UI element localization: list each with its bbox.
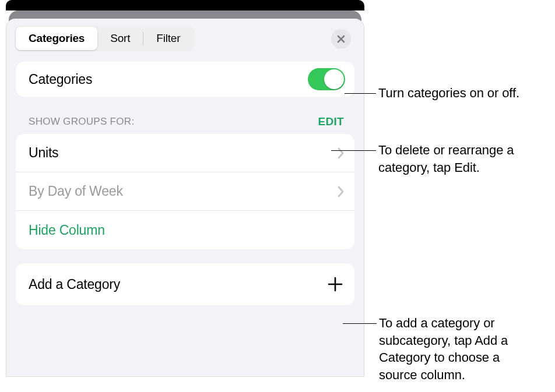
callout-line: [345, 93, 376, 94]
show-groups-header: Show Groups For: EDIT: [16, 97, 354, 134]
sheet-content: Categories Show Groups For: EDIT Units B…: [6, 56, 364, 305]
callout-text: To add a category or subcategory, tap Ad…: [377, 315, 529, 384]
group-label: By Day of Week: [29, 183, 123, 199]
sheet-header: Categories Sort Filter: [6, 19, 364, 56]
callout-edit: To delete or rearrange a category, tap E…: [331, 144, 533, 176]
categories-toggle-row: Categories: [16, 62, 354, 97]
callout-text: To delete or rearrange a category, tap E…: [376, 142, 533, 176]
callout-line: [343, 323, 377, 324]
group-label: Units: [29, 145, 58, 161]
close-button[interactable]: [331, 29, 351, 49]
callout-line: [331, 150, 376, 151]
groups-list: Units By Day of Week Hide Column: [16, 134, 354, 249]
callout-toggle: Turn categories on or off.: [345, 87, 525, 102]
tab-categories[interactable]: Categories: [16, 27, 97, 50]
group-value: Day of Week: [48, 183, 123, 199]
segmented-control: Categories Sort Filter: [15, 26, 194, 51]
group-row-units[interactable]: Units: [16, 134, 354, 172]
toggle-knob: [324, 69, 344, 89]
close-icon: [336, 34, 346, 44]
show-groups-title: Show Groups For:: [29, 116, 134, 128]
callout-text: Turn categories on or off.: [376, 84, 525, 102]
categories-sheet: Categories Sort Filter Categories: [6, 19, 364, 377]
add-category-label: Add a Category: [29, 277, 120, 292]
tab-label: Filter: [156, 32, 180, 45]
tab-label: Sort: [110, 32, 130, 45]
add-category-row[interactable]: Add a Category: [16, 263, 354, 305]
hide-column-label: Hide Column: [29, 223, 105, 238]
group-row-day-of-week[interactable]: By Day of Week: [16, 172, 354, 211]
window-top-bar: [6, 0, 364, 10]
hide-column-row[interactable]: Hide Column: [16, 211, 354, 249]
chevron-right-icon: [337, 185, 345, 199]
tab-label: Categories: [29, 32, 85, 45]
categories-toggle-card: Categories: [16, 62, 354, 97]
plus-icon: [328, 277, 343, 292]
tab-filter[interactable]: Filter: [143, 27, 193, 50]
by-prefix: By: [29, 183, 48, 199]
categories-toggle-label: Categories: [29, 72, 92, 87]
tab-sort[interactable]: Sort: [97, 27, 143, 50]
categories-toggle[interactable]: [308, 68, 345, 90]
callout-add-category: To add a category or subcategory, tap Ad…: [343, 317, 529, 384]
edit-button[interactable]: EDIT: [318, 115, 344, 128]
